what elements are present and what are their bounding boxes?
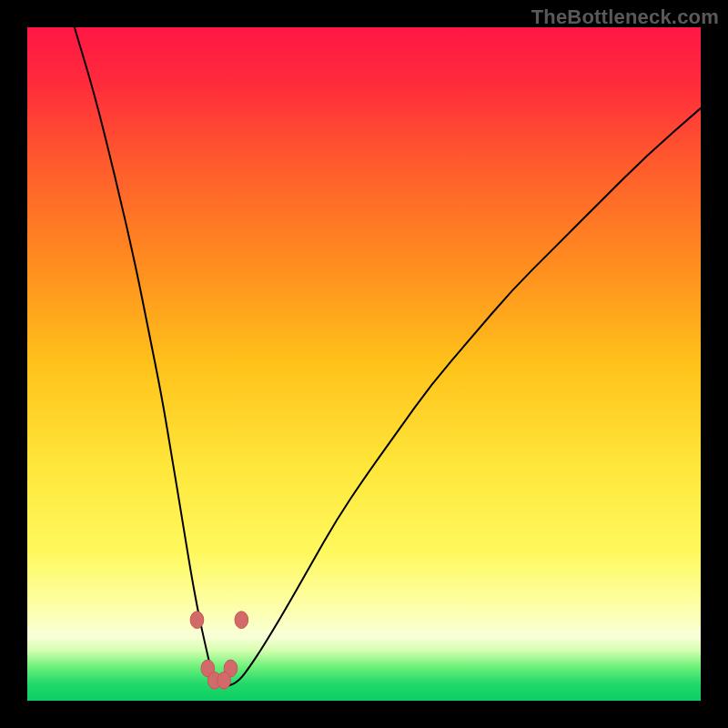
gradient-background xyxy=(27,27,701,701)
chart-frame: TheBottleneck.com xyxy=(0,0,728,728)
plot-area xyxy=(27,27,701,701)
curve-marker xyxy=(190,612,204,629)
curve-marker xyxy=(217,672,231,689)
watermark-text: TheBottleneck.com xyxy=(531,5,719,29)
chart-svg xyxy=(27,27,701,701)
curve-marker xyxy=(235,612,248,629)
